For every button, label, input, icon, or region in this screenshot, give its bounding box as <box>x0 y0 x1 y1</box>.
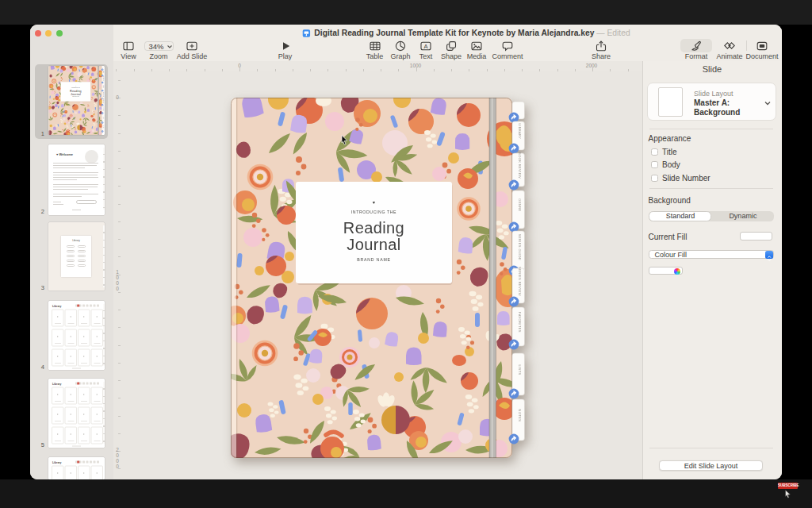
svg-text:A: A <box>423 43 427 50</box>
